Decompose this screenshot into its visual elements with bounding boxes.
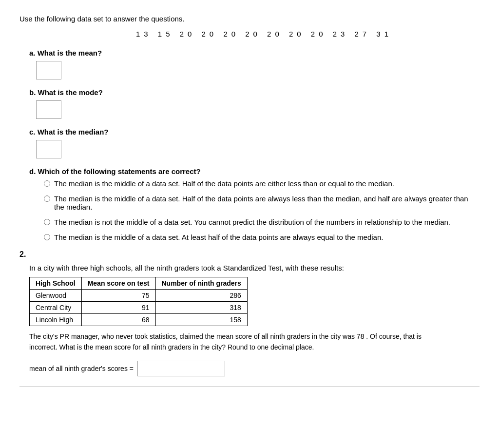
section-2-number: 2. (19, 250, 480, 259)
section-2-intro: In a city with three high schools, all t… (29, 264, 480, 272)
mean-input[interactable] (137, 361, 225, 376)
col-header-mean: Mean score on test (81, 277, 155, 290)
radio-option-3: The median is the middle of a data set. … (44, 233, 480, 241)
radio-input-1[interactable] (44, 195, 50, 202)
radio-input-0[interactable] (44, 180, 50, 187)
radio-option-0: The median is the middle of a data set. … (44, 179, 480, 188)
bottom-divider (19, 386, 480, 387)
section-2: 2. In a city with three high schools, al… (19, 250, 480, 376)
radio-label-3: The median is the middle of a data set. … (54, 233, 383, 241)
radio-options: The median is the middle of a data set. … (44, 179, 480, 241)
question-b-input[interactable] (36, 100, 61, 119)
city-description: The city's PR manager, who never took st… (29, 331, 448, 353)
table-cell-1-0: Central City (30, 302, 82, 314)
radio-option-2: The median is not the middle of a data s… (44, 218, 480, 226)
question-a-input[interactable] (36, 61, 61, 79)
radio-label-1: The median is the middle of a data set. … (54, 195, 480, 211)
table-row-0: Glenwood75286 (30, 290, 248, 302)
table-cell-0-0: Glenwood (30, 290, 82, 302)
question-a-label: a. What is the mean? (29, 49, 480, 57)
question-b: b. What is the mode? (19, 88, 480, 119)
question-b-label: b. What is the mode? (29, 88, 480, 97)
question-c: c. What is the median? (19, 128, 480, 158)
table-cell-1-2: 318 (155, 302, 247, 314)
question-c-label: c. What is the median? (29, 128, 480, 136)
radio-input-3[interactable] (44, 234, 50, 240)
table-cell-2-1: 68 (81, 314, 155, 326)
question-d-label: d. Which of the following statements are… (29, 167, 480, 175)
mean-label: mean of all ninth grader's scores = (29, 365, 134, 372)
radio-option-1: The median is the middle of a data set. … (44, 195, 480, 211)
question-a: a. What is the mean? (19, 49, 480, 79)
table-cell-0-1: 75 (81, 290, 155, 302)
schools-table: High School Mean score on test Number of… (29, 277, 248, 326)
mean-row: mean of all ninth grader's scores = (29, 361, 480, 376)
table-row-1: Central City91318 (30, 302, 248, 314)
intro-text: Use the following data set to answer the… (19, 15, 480, 23)
radio-label-2: The median is not the middle of a data s… (54, 218, 450, 226)
table-cell-1-1: 91 (81, 302, 155, 314)
radio-label-0: The median is the middle of a data set. … (54, 179, 394, 188)
question-c-input[interactable] (36, 140, 61, 158)
col-header-count: Number of ninth graders (155, 277, 247, 290)
col-header-school: High School (30, 277, 82, 290)
table-row-2: Lincoln High68158 (30, 314, 248, 326)
table-cell-2-2: 158 (155, 314, 247, 326)
dataset-values: 13 15 20 20 20 20 20 20 20 23 27 31 (19, 30, 480, 38)
table-cell-2-0: Lincoln High (30, 314, 82, 326)
question-d: d. Which of the following statements are… (19, 167, 480, 241)
table-cell-0-2: 286 (155, 290, 247, 302)
radio-input-2[interactable] (44, 219, 50, 225)
